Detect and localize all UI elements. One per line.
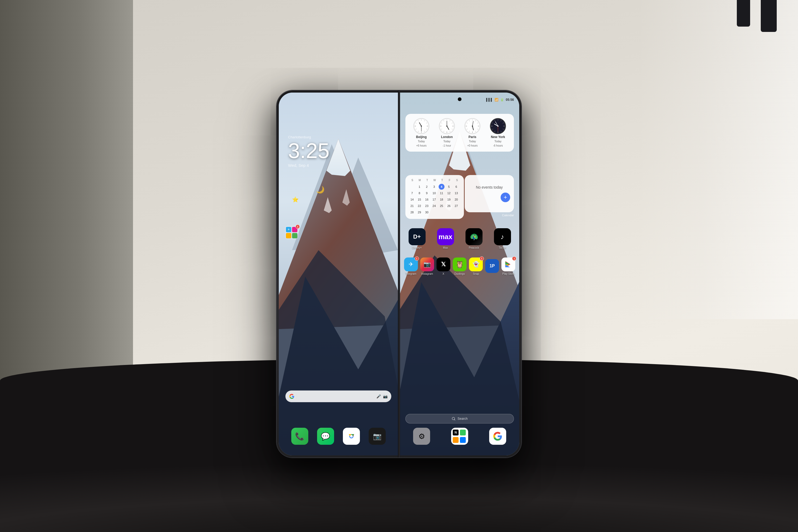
- camera-hole: [458, 97, 461, 101]
- app-x-wrap[interactable]: 𝕏 X: [437, 258, 450, 275]
- app-folder-left[interactable]: ✈ 1: [285, 226, 299, 240]
- peacock-icon: 🦚: [470, 233, 478, 241]
- app-play-store[interactable]: 1: [501, 258, 515, 271]
- cal-27[interactable]: 27: [453, 203, 459, 209]
- events-text: No events today: [476, 185, 503, 189]
- app-playstore-wrap[interactable]: 1 Play Store: [501, 258, 515, 275]
- cal-1[interactable]: 1: [417, 184, 422, 190]
- x-label: X: [443, 272, 444, 275]
- cal-16[interactable]: 16: [424, 196, 430, 203]
- cal-8[interactable]: 8: [417, 190, 422, 196]
- cal-26[interactable]: 26: [446, 203, 452, 209]
- app-settings[interactable]: ⚙: [413, 428, 430, 445]
- weather-star: ⭐: [292, 196, 299, 203]
- app-max[interactable]: max: [437, 228, 454, 245]
- app-chrome-wrap[interactable]: [343, 428, 360, 445]
- messages-icon: 💬: [321, 432, 330, 441]
- cal-empty-4: [446, 209, 452, 215]
- app-messages[interactable]: 💬: [317, 428, 334, 445]
- cal-18[interactable]: 18: [439, 196, 444, 203]
- cal-28[interactable]: 28: [409, 209, 415, 215]
- cal-24[interactable]: 24: [431, 203, 437, 209]
- app-phone-wrap[interactable]: 📞: [291, 428, 308, 445]
- window-light: [639, 0, 798, 319]
- cal-15[interactable]: 15: [417, 196, 422, 203]
- cal-11[interactable]: 11: [439, 190, 444, 196]
- calendar-widget[interactable]: S M T W T F S 1 2 3 4 5 6 7 8: [405, 175, 464, 219]
- app-wrap-telegram-left[interactable]: ✈ 1: [284, 226, 300, 240]
- london-sub2: -1 hour: [443, 144, 451, 147]
- app-duolingo-wrap[interactable]: 🦉 Duolingo: [453, 258, 467, 275]
- app-snap-wrap[interactable]: 👻 1 Snap: [469, 258, 483, 275]
- cal-3[interactable]: 3: [431, 184, 437, 190]
- cal-20[interactable]: 20: [453, 196, 459, 203]
- app-nyt-wrap[interactable]: N: [451, 428, 468, 445]
- cal-9[interactable]: 9: [424, 190, 430, 196]
- app-peacock-wrap[interactable]: 🦚 Peacock: [466, 228, 482, 249]
- cal-day-s1: S: [409, 179, 416, 182]
- app-google[interactable]: [489, 428, 506, 445]
- cal-22[interactable]: 22: [417, 203, 422, 209]
- app-instagram-wrap[interactable]: 📷 Instagram: [420, 258, 434, 275]
- cal-23[interactable]: 23: [424, 203, 430, 209]
- status-time: 05:56: [506, 98, 514, 101]
- left-clock-time: 3:25: [288, 140, 329, 162]
- app-phone[interactable]: 📞: [291, 428, 308, 445]
- cal-12[interactable]: 12: [446, 190, 452, 196]
- app-telegram-wrap[interactable]: ✈ 1 Telegram: [404, 258, 418, 275]
- events-widget[interactable]: No events today +: [465, 175, 514, 212]
- app-max-wrap[interactable]: max Max: [437, 228, 454, 249]
- cal-29[interactable]: 29: [417, 209, 422, 215]
- cal-19[interactable]: 19: [446, 196, 452, 203]
- app-x-twitter[interactable]: 𝕏: [437, 258, 450, 271]
- cal-21[interactable]: 21: [409, 203, 415, 209]
- cal-17[interactable]: 17: [431, 196, 437, 203]
- app-instagram[interactable]: 📷: [420, 258, 434, 271]
- app-camera[interactable]: 📷: [369, 428, 386, 445]
- screen-left[interactable]: Charlottenburg 3:25 Wed, Sep 4 ⭐ 🌙 ✈ 1: [279, 93, 398, 455]
- folder-icon-4: [292, 233, 298, 238]
- analog-clock-paris: [464, 118, 480, 134]
- search-bar-right[interactable]: Search: [405, 414, 514, 423]
- cal-2[interactable]: 2: [424, 184, 430, 190]
- beijing-sub1: Today: [418, 140, 425, 143]
- app-snapchat[interactable]: 👻 1: [469, 258, 483, 271]
- screen-right[interactable]: ▌▌▌ 📶 🔋 05:56: [400, 93, 519, 455]
- tiktok-label: TikTok: [498, 246, 506, 249]
- app-disney-plus[interactable]: D+: [408, 228, 425, 245]
- status-icons: ▌▌▌ 📶 🔋 05:56: [486, 98, 514, 101]
- app-tiktok[interactable]: ♪: [494, 228, 511, 245]
- cal-14[interactable]: 14: [409, 196, 415, 203]
- app-google-wrap[interactable]: [489, 428, 506, 445]
- cal-4-today[interactable]: 4: [439, 184, 444, 190]
- app-messages-wrap[interactable]: 💬: [317, 428, 334, 445]
- cal-6[interactable]: 6: [453, 184, 459, 190]
- search-bar-left[interactable]: 🎤 📷: [285, 391, 391, 402]
- phone-body: Charlottenburg 3:25 Wed, Sep 4 ⭐ 🌙 ✈ 1: [277, 91, 521, 457]
- search-divider: [297, 394, 297, 399]
- app-settings-wrap[interactable]: ⚙: [413, 428, 430, 445]
- snap-icon: 👻: [472, 261, 480, 268]
- app-nyt[interactable]: N: [451, 428, 468, 445]
- cal-13[interactable]: 13: [453, 190, 459, 196]
- paris-sub1: Today: [469, 140, 476, 143]
- cal-7[interactable]: 7: [409, 190, 415, 196]
- app-duolingo[interactable]: 🦉: [453, 258, 467, 271]
- app-telegram[interactable]: ✈ 1: [404, 258, 418, 271]
- cal-10[interactable]: 10: [431, 190, 437, 196]
- app-tiktok-wrap[interactable]: ♪ TikTok: [494, 228, 511, 249]
- cal-5[interactable]: 5: [446, 184, 452, 190]
- beijing-city-name: Beijing: [416, 135, 427, 139]
- cal-30[interactable]: 30: [424, 209, 430, 215]
- camera-search-icon[interactable]: 📷: [383, 394, 387, 398]
- app-1password[interactable]: 1P: [485, 259, 499, 273]
- app-camera-wrap[interactable]: 📷: [369, 428, 386, 445]
- app-1password-wrap[interactable]: 1P: [485, 259, 499, 274]
- app-peacock[interactable]: 🦚: [466, 228, 482, 245]
- world-clock-widget[interactable]: Beijing Today +6 hours: [405, 114, 514, 152]
- app-chrome[interactable]: [343, 428, 360, 445]
- app-disney-wrap[interactable]: D+ Disney+: [408, 228, 425, 249]
- microphone-icon[interactable]: 🎤: [376, 394, 381, 398]
- add-event-button[interactable]: +: [500, 193, 510, 202]
- cal-25[interactable]: 25: [439, 203, 444, 209]
